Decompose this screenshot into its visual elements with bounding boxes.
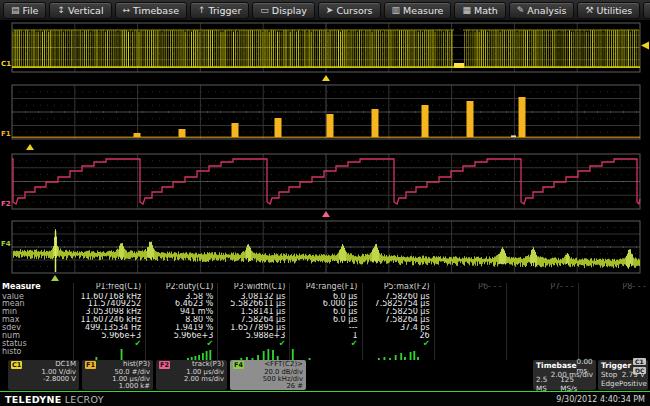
- histicon-p7: [506, 348, 578, 361]
- cell-sdev-p6: [434, 324, 506, 332]
- menu-analysis[interactable]: ✎Analysis: [509, 2, 575, 19]
- cell-min-p1: 3.053098 kHz: [73, 308, 145, 316]
- cell-value-p3: 3.08132 µs: [217, 293, 289, 301]
- menu-label: Display: [272, 5, 307, 16]
- status-p6: [434, 340, 506, 348]
- param-header-p4[interactable]: P4:range(F1): [289, 283, 361, 293]
- cell-mean-p4: 6.000 µs: [289, 300, 361, 308]
- cell-min-p4: 6.0 µs: [289, 308, 361, 316]
- menu-timebase[interactable]: ↔Timebase: [115, 2, 187, 19]
- row-label-histo: histo: [0, 348, 73, 361]
- param-header-p2[interactable]: P2:duty(C1): [145, 283, 217, 293]
- trace-tag-f1[interactable]: F1: [1, 130, 11, 138]
- menu-utilities[interactable]: ⚒Utilities: [577, 2, 640, 19]
- cell-value-p2: 3.58 %: [145, 293, 217, 301]
- param-header-p3[interactable]: P3:width(C1): [217, 283, 289, 293]
- cell-max-p8: [578, 316, 650, 324]
- menu-label: File: [23, 5, 39, 16]
- channel-badge-f1: F1: [85, 361, 96, 369]
- menu-label: Vertical: [68, 5, 104, 16]
- status-p3: ✔: [217, 340, 289, 348]
- cell-min-p6: [434, 308, 506, 316]
- measure-title: Measure: [0, 283, 73, 293]
- status-p8: [578, 340, 650, 348]
- menu-support[interactable]: ✆Support: [643, 2, 650, 19]
- row-label-num: num: [0, 332, 73, 340]
- trigger-level-marker[interactable]: [641, 42, 649, 50]
- trigger-position-marker-f4[interactable]: [51, 275, 59, 281]
- measure-table: MeasureP1:freq(C1)P2:duty(C1)P3:width(C1…: [0, 283, 650, 360]
- cell-sdev-p8: [578, 324, 650, 332]
- menu-cursors[interactable]: ➤Cursors: [318, 2, 381, 19]
- trigger-slope: Positive: [619, 379, 647, 388]
- cell-max-p5: 7.58264 µs: [362, 316, 434, 324]
- timebase-panel[interactable]: Timebase 0.00 ms 2.00 ms/div 2.5 MS 125 …: [533, 360, 596, 390]
- row-label-status: status: [0, 340, 73, 348]
- measure-icon: ▥: [392, 6, 401, 15]
- descriptor-f2[interactable]: F2track(P3)1.00 µs/div2.00 ms/div: [156, 360, 227, 390]
- trace-tag-f4[interactable]: F4: [1, 240, 11, 248]
- descriptor-c1[interactable]: C1DC1M1.00 V/div-2.8000 V: [8, 360, 79, 390]
- cell-max-p1: 11.607246 kHz: [73, 316, 145, 324]
- menu-label: Measure: [403, 5, 443, 16]
- file-icon: ▤: [11, 6, 20, 15]
- param-header-p5[interactable]: P5:max(F2): [362, 283, 434, 293]
- menu-label: Trigger: [209, 5, 242, 16]
- cell-value-p1: 11.607168 kHz: [73, 293, 145, 301]
- menu-measure[interactable]: ▥Measure: [384, 2, 452, 19]
- menu-label: Timebase: [133, 5, 179, 16]
- menu-trigger[interactable]: ↑Trigger: [190, 2, 249, 19]
- cell-sdev-p4: ---: [289, 324, 361, 332]
- menu-vertical[interactable]: ↕Vertical: [49, 2, 111, 19]
- param-header-p8[interactable]: P8- - -: [578, 283, 650, 293]
- cell-num-p4: 1: [289, 332, 361, 340]
- cell-max-p4: 6.0 µs: [289, 316, 361, 324]
- cell-min-p2: 941 m%: [145, 308, 217, 316]
- display-icon: ▭: [260, 6, 269, 15]
- trigger-source-badge: C1: [633, 358, 646, 365]
- trigger-position-marker-f1[interactable]: [26, 144, 34, 150]
- trigger-position-marker-f2[interactable]: [322, 211, 330, 217]
- cell-max-p3: 7.58264 µs: [217, 316, 289, 324]
- cell-num-p2: 5.966e+3: [145, 332, 217, 340]
- waveform-display[interactable]: C1F1F2F4: [0, 20, 650, 282]
- cell-mean-p7: [506, 300, 578, 308]
- row-label-min: min: [0, 308, 73, 316]
- brand-logo: TELEDYNE LECROY: [5, 394, 104, 405]
- channel-badge-c1: C1: [11, 361, 22, 369]
- trigger-panel[interactable]: Trigger C1DC Stop 2.79 V Edge Positive: [598, 360, 648, 390]
- cell-min-p5: 7.58250 µs: [362, 308, 434, 316]
- trace-tag-c1[interactable]: C1: [1, 60, 11, 68]
- descriptor-line: 1.000 k#: [85, 383, 150, 390]
- cell-num-p5: 26: [362, 332, 434, 340]
- descriptor-line: 2.00 ms/div: [159, 376, 224, 383]
- menu-file[interactable]: ▤File: [3, 2, 46, 19]
- row-label-mean: mean: [0, 300, 73, 308]
- menu-label: Utilities: [597, 5, 633, 16]
- cell-max-p2: 8.80 %: [145, 316, 217, 324]
- cell-sdev-p7: [506, 324, 578, 332]
- status-p2: ✔: [145, 340, 217, 348]
- cell-sdev-p3: 1.6577895 µs: [217, 324, 289, 332]
- channel-badge-f4: F4: [233, 361, 244, 369]
- param-header-p1[interactable]: P1:freq(C1): [73, 283, 145, 293]
- param-header-p6[interactable]: P6- - -: [434, 283, 506, 293]
- menu-display[interactable]: ▭Display: [252, 2, 315, 19]
- cell-mean-p5: 7.5825754 µs: [362, 300, 434, 308]
- histicon-p3: [217, 348, 289, 361]
- histicon-p2: [145, 348, 217, 361]
- histicon-p1: [73, 348, 145, 361]
- descriptor-f1[interactable]: F1hist(P3)50.0 #/div1.00 µs/div1.000 k#: [82, 360, 153, 390]
- menu-label: Math: [474, 5, 498, 16]
- descriptor-f4[interactable]: F4<FFT(C2)>20.0 dB/div500 kHz/div26 #: [230, 360, 306, 390]
- cell-min-p8: [578, 308, 650, 316]
- trigger-edge-icon: ↑: [198, 6, 206, 15]
- cell-max-p6: [434, 316, 506, 324]
- menu-math[interactable]: ▦Math: [454, 2, 505, 19]
- math-icon: ▦: [462, 6, 471, 15]
- trigger-position-marker-c1[interactable]: [322, 75, 330, 81]
- trigger-mode: Stop: [601, 370, 617, 379]
- timebase-label: Timebase: [536, 361, 577, 370]
- trace-tag-f2[interactable]: F2: [1, 200, 11, 208]
- param-header-p7[interactable]: P7- - -: [506, 283, 578, 293]
